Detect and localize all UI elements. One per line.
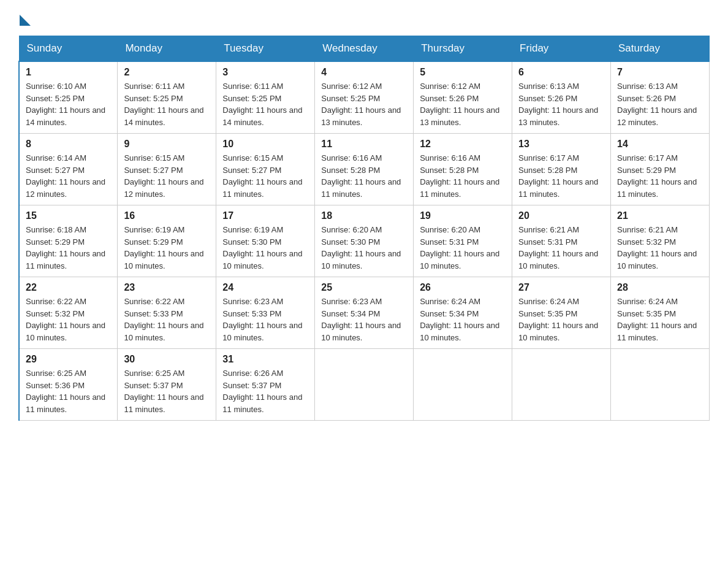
- day-info: Sunrise: 6:12 AMSunset: 5:25 PMDaylight:…: [321, 82, 401, 127]
- day-info: Sunrise: 6:13 AMSunset: 5:26 PMDaylight:…: [617, 82, 697, 127]
- day-info: Sunrise: 6:13 AMSunset: 5:26 PMDaylight:…: [518, 82, 598, 127]
- day-info: Sunrise: 6:23 AMSunset: 5:33 PMDaylight:…: [222, 297, 302, 342]
- calendar-cell: 1Sunrise: 6:10 AMSunset: 5:25 PMDaylight…: [19, 61, 118, 134]
- day-info: Sunrise: 6:24 AMSunset: 5:35 PMDaylight:…: [518, 297, 598, 342]
- day-number: 23: [124, 282, 210, 293]
- day-info: Sunrise: 6:22 AMSunset: 5:32 PMDaylight:…: [26, 297, 105, 342]
- logo-arrow-icon: [20, 15, 31, 26]
- calendar-cell: 4Sunrise: 6:12 AMSunset: 5:25 PMDaylight…: [315, 61, 414, 134]
- calendar-cell: 10Sunrise: 6:15 AMSunset: 5:27 PMDayligh…: [216, 134, 315, 205]
- day-info: Sunrise: 6:19 AMSunset: 5:29 PMDaylight:…: [124, 225, 203, 270]
- day-number: 25: [321, 282, 407, 293]
- weekday-header: Friday: [512, 36, 611, 62]
- calendar-cell: 8Sunrise: 6:14 AMSunset: 5:27 PMDaylight…: [19, 134, 118, 205]
- day-info: Sunrise: 6:17 AMSunset: 5:28 PMDaylight:…: [518, 153, 598, 199]
- day-number: 10: [222, 139, 308, 150]
- day-number: 31: [222, 354, 308, 365]
- day-info: Sunrise: 6:15 AMSunset: 5:27 PMDaylight:…: [222, 153, 302, 199]
- day-number: 4: [321, 67, 407, 78]
- day-info: Sunrise: 6:15 AMSunset: 5:27 PMDaylight:…: [124, 153, 203, 199]
- calendar-cell: 13Sunrise: 6:17 AMSunset: 5:28 PMDayligh…: [512, 134, 611, 205]
- day-number: 12: [420, 139, 506, 150]
- day-number: 27: [518, 282, 604, 293]
- weekday-header: Saturday: [611, 36, 710, 62]
- calendar-cell: 30Sunrise: 6:25 AMSunset: 5:37 PMDayligh…: [118, 349, 216, 421]
- day-number: 30: [124, 354, 210, 365]
- calendar-cell: 28Sunrise: 6:24 AMSunset: 5:35 PMDayligh…: [611, 277, 710, 349]
- day-info: Sunrise: 6:16 AMSunset: 5:28 PMDaylight:…: [420, 153, 499, 199]
- calendar-cell: [315, 349, 414, 421]
- calendar-cell: 22Sunrise: 6:22 AMSunset: 5:32 PMDayligh…: [19, 277, 118, 349]
- day-number: 16: [124, 210, 210, 221]
- calendar-cell: 7Sunrise: 6:13 AMSunset: 5:26 PMDaylight…: [611, 61, 710, 134]
- calendar-week-row: 29Sunrise: 6:25 AMSunset: 5:36 PMDayligh…: [19, 349, 710, 421]
- calendar-cell: 29Sunrise: 6:25 AMSunset: 5:36 PMDayligh…: [19, 349, 118, 421]
- weekday-header: Wednesday: [315, 36, 414, 62]
- day-info: Sunrise: 6:16 AMSunset: 5:28 PMDaylight:…: [321, 153, 401, 199]
- day-number: 8: [26, 139, 111, 150]
- calendar-cell: 23Sunrise: 6:22 AMSunset: 5:33 PMDayligh…: [118, 277, 216, 349]
- day-number: 14: [617, 139, 703, 150]
- day-info: Sunrise: 6:10 AMSunset: 5:25 PMDaylight:…: [26, 82, 105, 127]
- calendar-week-row: 1Sunrise: 6:10 AMSunset: 5:25 PMDaylight…: [19, 61, 710, 134]
- day-info: Sunrise: 6:18 AMSunset: 5:29 PMDaylight:…: [26, 225, 105, 270]
- weekday-header: Thursday: [414, 36, 512, 62]
- calendar-cell: 6Sunrise: 6:13 AMSunset: 5:26 PMDaylight…: [512, 61, 611, 134]
- day-number: 26: [420, 282, 506, 293]
- day-number: 17: [222, 210, 308, 221]
- day-info: Sunrise: 6:20 AMSunset: 5:31 PMDaylight:…: [420, 225, 499, 270]
- calendar-cell: 2Sunrise: 6:11 AMSunset: 5:25 PMDaylight…: [118, 61, 216, 134]
- calendar-table: SundayMondayTuesdayWednesdayThursdayFrid…: [18, 36, 710, 421]
- day-info: Sunrise: 6:21 AMSunset: 5:31 PMDaylight:…: [518, 225, 598, 270]
- calendar-cell: 15Sunrise: 6:18 AMSunset: 5:29 PMDayligh…: [19, 205, 118, 277]
- day-number: 19: [420, 210, 506, 221]
- day-info: Sunrise: 6:22 AMSunset: 5:33 PMDaylight:…: [124, 297, 203, 342]
- day-number: 6: [518, 67, 604, 78]
- calendar-cell: 12Sunrise: 6:16 AMSunset: 5:28 PMDayligh…: [414, 134, 512, 205]
- day-number: 22: [26, 282, 111, 293]
- day-number: 20: [518, 210, 604, 221]
- calendar-cell: 16Sunrise: 6:19 AMSunset: 5:29 PMDayligh…: [118, 205, 216, 277]
- day-info: Sunrise: 6:17 AMSunset: 5:29 PMDaylight:…: [617, 153, 697, 199]
- day-info: Sunrise: 6:26 AMSunset: 5:37 PMDaylight:…: [222, 369, 302, 414]
- day-info: Sunrise: 6:11 AMSunset: 5:25 PMDaylight:…: [222, 82, 302, 127]
- calendar-cell: 31Sunrise: 6:26 AMSunset: 5:37 PMDayligh…: [216, 349, 315, 421]
- calendar-cell: 27Sunrise: 6:24 AMSunset: 5:35 PMDayligh…: [512, 277, 611, 349]
- day-info: Sunrise: 6:11 AMSunset: 5:25 PMDaylight:…: [124, 82, 203, 127]
- day-number: 3: [222, 67, 308, 78]
- day-info: Sunrise: 6:19 AMSunset: 5:30 PMDaylight:…: [222, 225, 302, 270]
- calendar-cell: 26Sunrise: 6:24 AMSunset: 5:34 PMDayligh…: [414, 277, 512, 349]
- day-info: Sunrise: 6:24 AMSunset: 5:35 PMDaylight:…: [617, 297, 697, 342]
- day-number: 11: [321, 139, 407, 150]
- calendar-week-row: 22Sunrise: 6:22 AMSunset: 5:32 PMDayligh…: [19, 277, 710, 349]
- day-number: 7: [617, 67, 703, 78]
- calendar-cell: 24Sunrise: 6:23 AMSunset: 5:33 PMDayligh…: [216, 277, 315, 349]
- calendar-cell: 17Sunrise: 6:19 AMSunset: 5:30 PMDayligh…: [216, 205, 315, 277]
- calendar-cell: 3Sunrise: 6:11 AMSunset: 5:25 PMDaylight…: [216, 61, 315, 134]
- day-number: 1: [26, 67, 111, 78]
- calendar-cell: 14Sunrise: 6:17 AMSunset: 5:29 PMDayligh…: [611, 134, 710, 205]
- calendar-cell: 11Sunrise: 6:16 AMSunset: 5:28 PMDayligh…: [315, 134, 414, 205]
- day-info: Sunrise: 6:20 AMSunset: 5:30 PMDaylight:…: [321, 225, 401, 270]
- calendar-cell: [414, 349, 512, 421]
- calendar-cell: [512, 349, 611, 421]
- day-number: 15: [26, 210, 111, 221]
- day-number: 18: [321, 210, 407, 221]
- day-info: Sunrise: 6:25 AMSunset: 5:37 PMDaylight:…: [124, 369, 203, 414]
- calendar-cell: 9Sunrise: 6:15 AMSunset: 5:27 PMDaylight…: [118, 134, 216, 205]
- day-info: Sunrise: 6:14 AMSunset: 5:27 PMDaylight:…: [26, 153, 105, 199]
- logo: [18, 12, 31, 23]
- day-number: 21: [617, 210, 703, 221]
- day-number: 9: [124, 139, 210, 150]
- day-info: Sunrise: 6:21 AMSunset: 5:32 PMDaylight:…: [617, 225, 697, 270]
- page-header: [18, 12, 710, 23]
- day-info: Sunrise: 6:12 AMSunset: 5:26 PMDaylight:…: [420, 82, 499, 127]
- calendar-week-row: 8Sunrise: 6:14 AMSunset: 5:27 PMDaylight…: [19, 134, 710, 205]
- weekday-header: Sunday: [19, 36, 118, 62]
- calendar-cell: 25Sunrise: 6:23 AMSunset: 5:34 PMDayligh…: [315, 277, 414, 349]
- day-info: Sunrise: 6:25 AMSunset: 5:36 PMDaylight:…: [26, 369, 105, 414]
- day-info: Sunrise: 6:24 AMSunset: 5:34 PMDaylight:…: [420, 297, 499, 342]
- day-number: 5: [420, 67, 506, 78]
- calendar-cell: [611, 349, 710, 421]
- day-number: 2: [124, 67, 210, 78]
